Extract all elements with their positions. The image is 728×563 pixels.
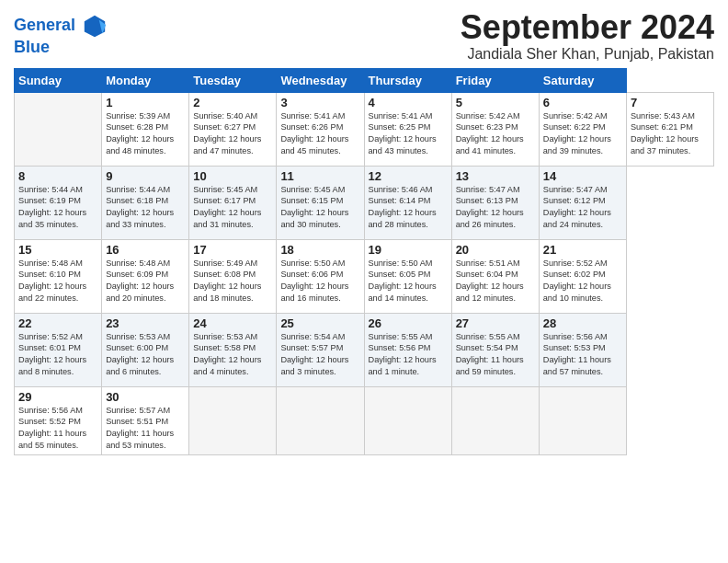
day-number: 8 bbox=[18, 169, 97, 183]
day-info: Sunrise: 5:52 AMSunset: 6:01 PMDaylight:… bbox=[18, 331, 97, 379]
day-number: 9 bbox=[106, 169, 185, 183]
day-info: Sunrise: 5:47 AMSunset: 6:13 PMDaylight:… bbox=[456, 184, 535, 232]
day-info: Sunrise: 5:44 AMSunset: 6:18 PMDaylight:… bbox=[106, 184, 185, 232]
calendar-cell: 19Sunrise: 5:50 AMSunset: 6:05 PMDayligh… bbox=[364, 239, 451, 313]
calendar-cell: 6Sunrise: 5:42 AMSunset: 6:22 PMDaylight… bbox=[539, 92, 626, 166]
day-info: Sunrise: 5:57 AMSunset: 5:51 PMDaylight:… bbox=[106, 405, 185, 453]
day-number: 11 bbox=[280, 169, 359, 183]
day-info: Sunrise: 5:41 AMSunset: 6:26 PMDaylight:… bbox=[280, 110, 359, 158]
calendar-title-area: September 2024 Jandiala Sher Khan, Punja… bbox=[461, 9, 714, 63]
calendar-cell bbox=[451, 386, 539, 455]
calendar-cell: 28Sunrise: 5:56 AMSunset: 5:53 PMDayligh… bbox=[539, 313, 626, 386]
calendar-cell: 27Sunrise: 5:55 AMSunset: 5:54 PMDayligh… bbox=[451, 313, 539, 386]
calendar-body: 1Sunrise: 5:39 AMSunset: 6:28 PMDaylight… bbox=[15, 92, 714, 455]
day-number: 14 bbox=[543, 169, 622, 183]
calendar-cell bbox=[277, 386, 364, 455]
calendar-cell: 26Sunrise: 5:55 AMSunset: 5:56 PMDayligh… bbox=[364, 313, 451, 386]
calendar-week-2: 15Sunrise: 5:48 AMSunset: 6:10 PMDayligh… bbox=[15, 239, 714, 313]
day-number: 30 bbox=[106, 390, 185, 404]
weekday-header-monday: Monday bbox=[102, 68, 189, 92]
calendar-cell: 17Sunrise: 5:49 AMSunset: 6:08 PMDayligh… bbox=[189, 239, 277, 313]
calendar-cell: 7Sunrise: 5:43 AMSunset: 6:21 PMDaylight… bbox=[626, 92, 713, 166]
day-info: Sunrise: 5:55 AMSunset: 5:56 PMDaylight:… bbox=[369, 331, 448, 379]
day-info: Sunrise: 5:50 AMSunset: 6:06 PMDaylight:… bbox=[280, 258, 359, 305]
day-number: 26 bbox=[369, 316, 448, 330]
day-number: 20 bbox=[456, 243, 535, 257]
calendar-cell: 14Sunrise: 5:47 AMSunset: 6:12 PMDayligh… bbox=[539, 166, 626, 239]
day-number: 18 bbox=[280, 243, 359, 257]
calendar-cell bbox=[364, 386, 451, 455]
day-info: Sunrise: 5:44 AMSunset: 6:19 PMDaylight:… bbox=[18, 184, 97, 232]
day-number: 13 bbox=[456, 169, 535, 183]
logo: General Blue bbox=[14, 13, 108, 57]
day-info: Sunrise: 5:55 AMSunset: 5:54 PMDaylight:… bbox=[456, 331, 535, 379]
weekday-header-saturday: Saturday bbox=[539, 68, 626, 92]
day-info: Sunrise: 5:52 AMSunset: 6:02 PMDaylight:… bbox=[543, 258, 622, 305]
day-info: Sunrise: 5:56 AMSunset: 5:53 PMDaylight:… bbox=[543, 331, 622, 379]
calendar-cell: 20Sunrise: 5:51 AMSunset: 6:04 PMDayligh… bbox=[451, 239, 539, 313]
day-number: 10 bbox=[193, 169, 272, 183]
calendar-cell: 24Sunrise: 5:53 AMSunset: 5:58 PMDayligh… bbox=[189, 313, 277, 386]
logo-text: General bbox=[14, 13, 108, 39]
day-number: 1 bbox=[106, 96, 185, 109]
day-info: Sunrise: 5:42 AMSunset: 6:22 PMDaylight:… bbox=[543, 110, 622, 158]
day-info: Sunrise: 5:53 AMSunset: 6:00 PMDaylight:… bbox=[106, 331, 185, 379]
calendar-week-3: 22Sunrise: 5:52 AMSunset: 6:01 PMDayligh… bbox=[15, 313, 714, 386]
day-info: Sunrise: 5:48 AMSunset: 6:10 PMDaylight:… bbox=[18, 258, 97, 305]
weekday-header-wednesday: Wednesday bbox=[277, 68, 364, 92]
page-header: General Blue September 2024 Jandiala She… bbox=[14, 9, 714, 63]
calendar-week-1: 8Sunrise: 5:44 AMSunset: 6:19 PMDaylight… bbox=[15, 166, 714, 239]
calendar-week-0: 1Sunrise: 5:39 AMSunset: 6:28 PMDaylight… bbox=[15, 92, 714, 166]
calendar-cell bbox=[539, 386, 626, 455]
logo-subtext: Blue bbox=[14, 39, 108, 57]
calendar-cell: 5Sunrise: 5:42 AMSunset: 6:23 PMDaylight… bbox=[451, 92, 539, 166]
weekday-header-friday: Friday bbox=[451, 68, 539, 92]
day-number: 21 bbox=[543, 243, 622, 257]
day-number: 2 bbox=[193, 96, 272, 109]
day-info: Sunrise: 5:42 AMSunset: 6:23 PMDaylight:… bbox=[456, 110, 535, 158]
day-info: Sunrise: 5:51 AMSunset: 6:04 PMDaylight:… bbox=[456, 258, 535, 305]
calendar-cell: 8Sunrise: 5:44 AMSunset: 6:19 PMDaylight… bbox=[15, 166, 102, 239]
day-info: Sunrise: 5:53 AMSunset: 5:58 PMDaylight:… bbox=[193, 331, 272, 379]
calendar-cell: 23Sunrise: 5:53 AMSunset: 6:00 PMDayligh… bbox=[102, 313, 189, 386]
day-info: Sunrise: 5:50 AMSunset: 6:05 PMDaylight:… bbox=[369, 258, 448, 305]
day-number: 29 bbox=[18, 390, 97, 404]
day-number: 12 bbox=[369, 169, 448, 183]
calendar-cell: 29Sunrise: 5:56 AMSunset: 5:52 PMDayligh… bbox=[15, 386, 102, 455]
calendar-cell: 10Sunrise: 5:45 AMSunset: 6:17 PMDayligh… bbox=[189, 166, 277, 239]
day-info: Sunrise: 5:39 AMSunset: 6:28 PMDaylight:… bbox=[106, 110, 185, 158]
day-number: 28 bbox=[543, 316, 622, 330]
weekday-header-thursday: Thursday bbox=[364, 68, 451, 92]
day-number: 25 bbox=[280, 316, 359, 330]
day-info: Sunrise: 5:45 AMSunset: 6:15 PMDaylight:… bbox=[280, 184, 359, 232]
day-number: 16 bbox=[106, 243, 185, 257]
calendar-cell: 13Sunrise: 5:47 AMSunset: 6:13 PMDayligh… bbox=[451, 166, 539, 239]
calendar-cell: 12Sunrise: 5:46 AMSunset: 6:14 PMDayligh… bbox=[364, 166, 451, 239]
month-title: September 2024 bbox=[461, 9, 714, 46]
day-number: 3 bbox=[280, 96, 359, 109]
location-title: Jandiala Sher Khan, Punjab, Pakistan bbox=[461, 46, 714, 63]
calendar-cell: 11Sunrise: 5:45 AMSunset: 6:15 PMDayligh… bbox=[277, 166, 364, 239]
weekday-header-tuesday: Tuesday bbox=[189, 68, 277, 92]
day-number: 27 bbox=[456, 316, 535, 330]
calendar-table: SundayMondayTuesdayWednesdayThursdayFrid… bbox=[14, 68, 714, 456]
calendar-cell: 2Sunrise: 5:40 AMSunset: 6:27 PMDaylight… bbox=[189, 92, 277, 166]
calendar-header: SundayMondayTuesdayWednesdayThursdayFrid… bbox=[15, 68, 714, 92]
calendar-week-4: 29Sunrise: 5:56 AMSunset: 5:52 PMDayligh… bbox=[15, 386, 714, 455]
calendar-cell: 1Sunrise: 5:39 AMSunset: 6:28 PMDaylight… bbox=[102, 92, 189, 166]
day-info: Sunrise: 5:43 AMSunset: 6:21 PMDaylight:… bbox=[631, 110, 710, 158]
calendar-cell: 22Sunrise: 5:52 AMSunset: 6:01 PMDayligh… bbox=[15, 313, 102, 386]
calendar-cell: 9Sunrise: 5:44 AMSunset: 6:18 PMDaylight… bbox=[102, 166, 189, 239]
day-number: 5 bbox=[456, 96, 535, 109]
day-number: 22 bbox=[18, 316, 97, 330]
day-info: Sunrise: 5:45 AMSunset: 6:17 PMDaylight:… bbox=[193, 184, 272, 232]
day-number: 23 bbox=[106, 316, 185, 330]
weekday-header-sunday: Sunday bbox=[15, 68, 102, 92]
day-number: 6 bbox=[543, 96, 622, 109]
calendar-cell: 3Sunrise: 5:41 AMSunset: 6:26 PMDaylight… bbox=[277, 92, 364, 166]
calendar-cell: 21Sunrise: 5:52 AMSunset: 6:02 PMDayligh… bbox=[539, 239, 626, 313]
day-info: Sunrise: 5:48 AMSunset: 6:09 PMDaylight:… bbox=[106, 258, 185, 305]
day-info: Sunrise: 5:40 AMSunset: 6:27 PMDaylight:… bbox=[193, 110, 272, 158]
day-number: 24 bbox=[193, 316, 272, 330]
calendar-cell: 4Sunrise: 5:41 AMSunset: 6:25 PMDaylight… bbox=[364, 92, 451, 166]
